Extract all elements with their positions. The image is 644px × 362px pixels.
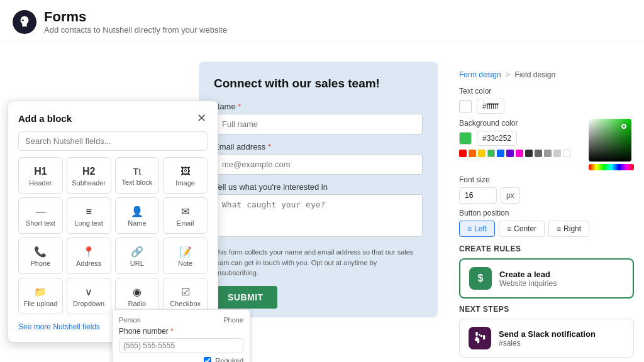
close-panel-button[interactable]: ✕ [196, 111, 208, 125]
block-item-short-text[interactable]: — Short text [18, 197, 63, 234]
block-item-dropdown[interactable]: ∨ Dropdown [67, 278, 111, 314]
block-label: Image [175, 179, 195, 187]
phone-icon: 📞 [34, 246, 47, 258]
note-icon: 📝 [179, 246, 192, 258]
form-headline: Connect with our sales team! [214, 77, 423, 90]
slack-icon [469, 327, 491, 349]
color-picker-container[interactable] [589, 119, 634, 170]
bg-color-label: Background color [459, 119, 581, 128]
btn-position-right[interactable]: ≡ Right [548, 221, 589, 237]
font-size-input[interactable] [459, 187, 497, 204]
slack-channel: #sales [499, 339, 596, 348]
file-upload-icon: 📁 [34, 286, 47, 298]
header: Forms Add contacts to Nutshell directly … [0, 0, 644, 41]
interest-field-label: Tell us what you're interested in [214, 182, 423, 192]
block-item-file-upload[interactable]: 📁 File upload [18, 278, 63, 314]
submit-button[interactable]: SUBMIT [214, 286, 277, 309]
block-item-long-text[interactable]: ≡ Long text [67, 197, 111, 234]
blocks-grid: H1 Header H2 Subheader Tt Text block 🖼 I… [18, 157, 208, 314]
swatch-blue[interactable] [497, 150, 504, 157]
checkbox-icon: ☑ [181, 286, 190, 298]
create-lead-rule-card[interactable]: $ Create a lead Website inquiries [459, 258, 634, 299]
form-field-email: Email address * [214, 142, 423, 175]
slack-notification-card[interactable]: Send a Slack notification #sales [459, 319, 634, 358]
block-label: Subheader [72, 179, 106, 187]
btn-position-section: Button position ≡ Left ≡ Center ≡ Right [459, 209, 634, 237]
swatch-red[interactable] [459, 150, 467, 157]
hue-slider[interactable] [589, 164, 634, 170]
font-unit-label: px [501, 187, 520, 204]
block-item-url[interactable]: 🔗 URL [115, 238, 160, 274]
interest-textarea[interactable] [214, 194, 423, 237]
block-item-address[interactable]: 📍 Address [67, 238, 111, 274]
font-size-label: Font size [459, 175, 634, 184]
swatch-dark[interactable] [525, 150, 533, 157]
phone-preview-input[interactable] [119, 338, 243, 353]
swatch-gray2[interactable] [544, 150, 552, 157]
swatch-pink[interactable] [516, 150, 523, 157]
block-label: Checkbox [170, 300, 201, 307]
color-picker-gradient[interactable] [589, 119, 631, 162]
phone-field-tooltip: Person Phone Phone number * Required [112, 309, 250, 362]
page-title: Forms [44, 9, 227, 25]
text-color-swatch[interactable] [459, 100, 472, 112]
block-label: File upload [23, 300, 57, 307]
required-checkbox[interactable] [204, 357, 211, 362]
bg-color-row: #33c252 [459, 131, 581, 146]
swatch-green[interactable] [487, 150, 495, 157]
email-input[interactable] [214, 154, 423, 175]
block-item-name[interactable]: 👤 Name [115, 197, 160, 234]
person-label: Person [119, 316, 141, 324]
panel-header: Add a block ✕ [18, 111, 208, 125]
long-text-icon: ≡ [86, 206, 91, 217]
text-color-row: #ffffff [459, 99, 634, 114]
breadcrumb-form-design[interactable]: Form design [459, 70, 501, 79]
search-input[interactable] [18, 131, 208, 151]
phone-field-label: Phone number * [119, 327, 243, 336]
dropdown-icon: ∨ [85, 286, 92, 298]
swatch-orange[interactable] [469, 150, 476, 157]
slack-notification-title: Send a Slack notification [499, 329, 596, 339]
tooltip-header: Person Phone [119, 316, 243, 324]
block-item-phone[interactable]: 📞 Phone [18, 238, 63, 274]
create-lead-title: Create a lead [499, 270, 557, 279]
slack-notification-text: Send a Slack notification #sales [499, 329, 596, 348]
bg-color-value[interactable]: #33c252 [477, 131, 517, 146]
name-input[interactable] [214, 114, 423, 134]
block-item-image[interactable]: 🖼 Image [163, 157, 208, 194]
block-item-note[interactable]: 📝 Note [163, 238, 208, 274]
block-item-subheader[interactable]: H2 Subheader [67, 157, 111, 194]
email-field-label: Email address * [214, 142, 423, 151]
btn-position-label: Button position [459, 209, 634, 217]
bg-color-swatch[interactable] [459, 132, 472, 145]
btn-position-center[interactable]: ≡ Center [499, 221, 545, 237]
bg-color-left: Background color #33c252 [459, 119, 581, 160]
breadcrumb-field-design: Field design [514, 70, 555, 79]
right-panel: Form design > Field design Text color #f… [449, 62, 644, 362]
swatch-gray1[interactable] [535, 150, 542, 157]
btn-position-left[interactable]: ≡ Left [459, 221, 495, 237]
align-right-icon: ≡ [557, 224, 561, 233]
swatch-yellow[interactable] [478, 150, 486, 157]
block-item-email[interactable]: ✉ Email [163, 197, 208, 234]
align-left-icon: ≡ [467, 224, 472, 233]
tooltip-footer: Required [119, 357, 243, 362]
text-color-value[interactable]: #ffffff [477, 99, 504, 114]
block-item-text[interactable]: Tt Text block [115, 157, 160, 194]
swatch-white[interactable] [563, 150, 570, 157]
swatch-purple[interactable] [506, 150, 514, 157]
add-block-panel: Add a block ✕ H1 Header H2 Subheader Tt … [8, 101, 218, 343]
color-swatches [459, 150, 581, 157]
required-label: Required [215, 357, 243, 362]
see-more-link[interactable]: See more Nutshell fields [18, 322, 100, 331]
create-lead-text: Create a lead Website inquiries [499, 270, 557, 288]
text-color-label: Text color [459, 87, 634, 96]
required-star: * [238, 102, 241, 111]
image-icon: 🖼 [180, 166, 191, 177]
block-item-header[interactable]: H1 Header [18, 157, 63, 194]
breadcrumb-separator: > [506, 70, 510, 79]
form-disclaimer: This form collects your name and email a… [214, 247, 423, 278]
swatch-gray3[interactable] [553, 150, 561, 157]
text-color-section: Text color #ffffff [459, 87, 634, 114]
tt-icon: Tt [133, 166, 141, 177]
